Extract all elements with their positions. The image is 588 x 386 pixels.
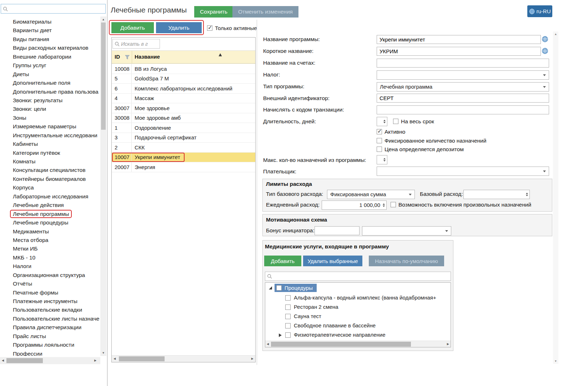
sidebar-item[interactable]: Диеты — [0, 70, 100, 79]
sidebar-item[interactable]: Правила диспетчеризации — [0, 323, 100, 332]
sidebar-item[interactable]: Прайс листы — [0, 332, 100, 341]
sidebar-item[interactable]: Программы лояльности — [0, 341, 100, 349]
sidebar-vertical-scrollbar[interactable]: ▲ ▼ — [100, 16, 106, 356]
table-row[interactable]: 5GolodSpa 7 М — [112, 74, 255, 84]
sidebar-item[interactable]: Места отбора — [0, 236, 100, 244]
table-row[interactable]: 30007Мое здоровье — [112, 103, 255, 113]
translate-globe-icon[interactable] — [542, 48, 548, 54]
scroll-thumb[interactable] — [119, 356, 165, 361]
sidebar-item[interactable]: Биоматериалы — [0, 18, 100, 26]
sidebar-item[interactable]: Корпуса — [0, 183, 100, 192]
scroll-right-icon[interactable]: ▶ — [94, 359, 96, 362]
sidebar-item[interactable]: Инструментальные исследовани — [0, 131, 100, 140]
table-row[interactable]: 10007Укрепи иммунитет — [112, 153, 255, 163]
arbitrary-assignments-checkbox[interactable] — [391, 202, 396, 207]
add-service-button[interactable]: Добавить — [264, 256, 301, 266]
scroll-left-icon[interactable]: ◀ — [2, 359, 4, 362]
sidebar-item[interactable]: Платежные инструменты — [0, 297, 100, 306]
expand-icon[interactable] — [279, 333, 282, 337]
sidebar-item[interactable]: Внешние лаборатории — [0, 53, 100, 61]
scroll-thumb[interactable] — [271, 342, 411, 347]
scroll-down-icon[interactable]: ▼ — [100, 351, 106, 355]
scroll-thumb[interactable] — [101, 23, 106, 130]
sort-ascending-icon[interactable] — [218, 53, 222, 56]
active-checkbox[interactable] — [377, 129, 382, 134]
sidebar-item[interactable]: Организационная структура — [0, 271, 100, 279]
tree-item[interactable]: Ресторан 2 смена — [265, 303, 451, 312]
scroll-down-icon[interactable]: ▼ — [553, 360, 558, 363]
scroll-up-icon[interactable]: ▲ — [553, 33, 558, 36]
table-row[interactable]: 2СКК — [112, 143, 255, 153]
table-row[interactable]: 30008Мое здоровье амб — [112, 113, 255, 123]
sidebar-item[interactable]: Отчёты — [0, 279, 100, 288]
sidebar-horizontal-scrollbar[interactable]: ◀ ▶ — [0, 357, 100, 364]
sidebar-item[interactable]: Дополнительные права пользова — [0, 88, 100, 96]
sidebar-item[interactable]: Лечебные программы — [0, 210, 100, 218]
full-term-checkbox[interactable] — [393, 119, 398, 124]
short-name-input[interactable] — [377, 47, 541, 56]
scroll-thumb[interactable] — [6, 358, 43, 363]
sidebar-item[interactable]: Звонки: цели — [0, 105, 100, 113]
table-row[interactable]: 20007Энергия — [112, 162, 255, 172]
sidebar-item[interactable]: Измеряемые параметры — [0, 122, 100, 131]
table-row[interactable]: 3Подарочный сертификат — [112, 133, 255, 143]
sidebar-item[interactable]: Виды питания — [0, 35, 100, 44]
sidebar-item[interactable]: Печатные формы — [0, 288, 100, 297]
delete-program-button[interactable]: Удалить — [156, 22, 202, 33]
sidebar-item[interactable]: Дополнительные поля — [0, 79, 100, 87]
sidebar-item[interactable]: Лечебные действия — [0, 201, 100, 209]
assign-default-button[interactable]: Назначать по-умолчанию — [369, 256, 444, 266]
scroll-right-icon[interactable]: ▶ — [447, 342, 449, 346]
filter-icon[interactable] — [125, 55, 130, 59]
scroll-left-icon[interactable]: ◀ — [267, 342, 269, 346]
initiator-bonus-input[interactable] — [315, 226, 360, 235]
sidebar-item[interactable]: Метки ИБ — [0, 244, 100, 253]
duration-spinner[interactable] — [377, 117, 387, 126]
tree-root-checkbox[interactable] — [276, 285, 282, 291]
tax-select[interactable] — [377, 70, 549, 80]
table-search-input[interactable] — [121, 41, 158, 47]
save-button[interactable]: Сохранить — [194, 6, 233, 18]
tree-item-checkbox[interactable] — [285, 314, 291, 319]
sidebar-item[interactable]: Пользовательские вкладки — [0, 306, 100, 314]
program-type-select[interactable]: Лечебная программа — [377, 82, 549, 91]
sidebar-search-input[interactable] — [10, 6, 104, 12]
column-header-id[interactable]: ID — [115, 54, 120, 60]
scroll-right-icon[interactable]: ▶ — [251, 357, 253, 360]
fixed-count-checkbox[interactable] — [377, 138, 382, 143]
tree-horizontal-scrollbar[interactable]: ◀ ▶ — [265, 341, 451, 347]
scroll-up-icon[interactable]: ▲ — [100, 18, 106, 21]
table-row[interactable]: 10008ВВ из Логуса — [112, 64, 255, 74]
sidebar-item[interactable]: Консультации специалистов — [0, 166, 100, 174]
table-row[interactable]: 4Массаж — [112, 94, 255, 104]
sidebar-item[interactable]: Комнаты — [0, 157, 100, 166]
sidebar-item[interactable]: Группы услуг — [0, 61, 100, 70]
services-search-input[interactable] — [274, 273, 449, 279]
tree-root-selection[interactable]: Процедуры — [275, 284, 317, 292]
sidebar-item[interactable]: Пользовательские листы назначе — [0, 315, 100, 323]
sidebar-item[interactable]: Звонки: результаты — [0, 96, 100, 105]
sidebar-item[interactable]: Варианты диет — [0, 26, 100, 35]
base-amount-spinner[interactable] — [463, 190, 530, 199]
program-name-input[interactable] — [377, 35, 541, 44]
tree-item-checkbox[interactable] — [285, 305, 291, 310]
tree-item-checkbox[interactable] — [285, 295, 291, 301]
tree-root-row[interactable]: Процедуры — [265, 284, 451, 292]
tree-item-checkbox[interactable] — [285, 332, 291, 338]
sidebar-item[interactable]: Лечебные процедуры — [0, 218, 100, 227]
max-count-spinner[interactable] — [377, 155, 387, 164]
base-type-select[interactable]: Фиксированная сумма — [327, 190, 415, 199]
table-row[interactable]: 1Оздоровление — [112, 123, 255, 133]
services-search[interactable] — [265, 272, 451, 281]
tree-item[interactable]: Альфа-капсула - водный комплекс (ванна й… — [265, 293, 451, 303]
form-vertical-scrollbar[interactable]: ▲ ▼ — [553, 31, 558, 364]
sidebar-item[interactable]: МКБ - 10 — [0, 253, 100, 262]
invoice-name-input[interactable] — [377, 59, 549, 68]
sidebar-item[interactable]: Налоги — [0, 262, 100, 271]
motivation-scheme-select[interactable] — [362, 226, 451, 236]
deposit-price-checkbox[interactable] — [377, 147, 382, 152]
tree-item[interactable]: Свободное плавание в бассейне — [265, 321, 451, 331]
tree-item-checkbox[interactable] — [285, 323, 291, 328]
sidebar-item[interactable]: Виды расходных материалов — [0, 44, 100, 52]
table-row[interactable]: 6Комплекс лабораторных исследований — [112, 84, 255, 94]
